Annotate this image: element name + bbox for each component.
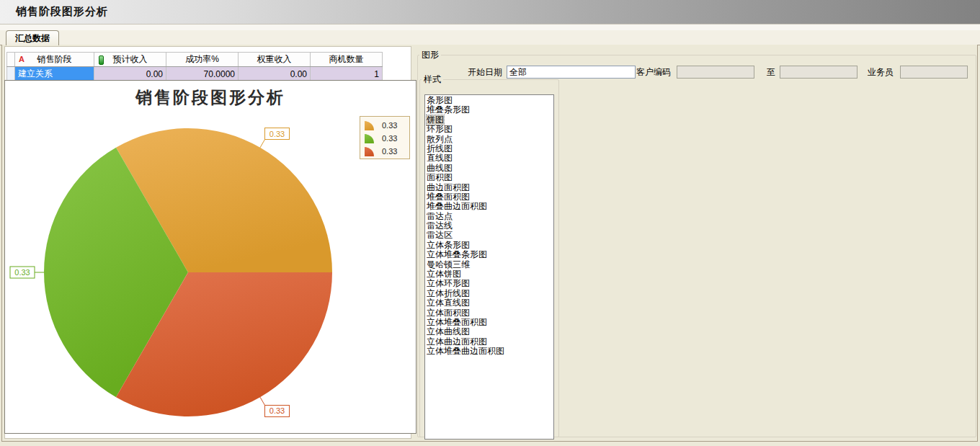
chart-style-listbox[interactable]: 条形图堆叠条形图饼图环形图散列点折线图直线图曲线图面积图曲边面积图堆叠面积图堆叠… bbox=[424, 94, 554, 440]
style-option[interactable]: 立体饼图 bbox=[425, 269, 553, 279]
style-option[interactable]: 立体折线图 bbox=[425, 289, 553, 298]
style-option[interactable]: 散列点 bbox=[425, 135, 553, 144]
style-option[interactable]: 折线图 bbox=[425, 144, 553, 153]
page-title: 销售阶段图形分析 bbox=[16, 5, 108, 19]
titlebar-divider bbox=[0, 24, 980, 30]
cell-opportunity-count[interactable]: 1 bbox=[311, 67, 383, 81]
graph-groupbox-label: 图形 bbox=[419, 49, 441, 61]
cell-weighted-income[interactable]: 0.00 bbox=[239, 67, 311, 81]
column-header-label: 商机数量 bbox=[329, 54, 364, 64]
style-option[interactable]: 饼图 bbox=[425, 115, 553, 125]
style-option[interactable]: 堆叠条形图 bbox=[425, 105, 553, 115]
style-groupbox: 样式 条形图堆叠条形图饼图环形图散列点折线图直线图曲线图面积图曲边面积图堆叠面积… bbox=[419, 73, 559, 437]
pie-chart-container: 销售阶段图形分析 0.330.330.33 0.33 0.33 0.33 bbox=[4, 80, 416, 434]
style-option[interactable]: 雷达线 bbox=[425, 221, 553, 231]
style-option[interactable]: 立体环形图 bbox=[425, 279, 553, 288]
column-header-weighted-income[interactable]: 权重收入 bbox=[239, 53, 311, 67]
range-end-input[interactable] bbox=[780, 66, 858, 79]
style-option[interactable]: 曼哈顿三维 bbox=[425, 260, 553, 269]
customer-code-label: 客户编码 bbox=[636, 66, 674, 79]
callout-line bbox=[260, 140, 265, 148]
style-option[interactable]: 立体面积图 bbox=[425, 308, 553, 318]
style-option[interactable]: 立体堆叠面积图 bbox=[425, 318, 553, 327]
tab-summary-data[interactable]: 汇总数据 bbox=[6, 30, 59, 45]
column-header-label: 销售阶段 bbox=[37, 54, 72, 64]
style-option[interactable]: 堆叠曲边面积图 bbox=[425, 202, 553, 211]
style-option[interactable]: 立体条形图 bbox=[425, 241, 553, 250]
window-titlebar: 销售阶段图形分析 bbox=[0, 0, 980, 24]
salesman-input[interactable] bbox=[900, 66, 968, 79]
legend-swatch-pie-slice-icon bbox=[363, 133, 378, 144]
salesman-label: 业务员 bbox=[868, 66, 896, 79]
column-header-label: 预计收入 bbox=[113, 54, 148, 64]
style-option[interactable]: 立体堆叠曲边面积图 bbox=[425, 347, 553, 356]
style-option[interactable]: 曲边面积图 bbox=[425, 183, 553, 192]
customer-code-input[interactable] bbox=[677, 66, 754, 79]
legend-value: 0.33 bbox=[382, 134, 397, 143]
style-groupbox-label: 样式 bbox=[422, 73, 443, 86]
style-option[interactable]: 雷达区 bbox=[425, 231, 553, 240]
legend-swatch-pie-slice-icon bbox=[363, 120, 378, 131]
table-row-selected[interactable]: 建立关系 0.00 70.0000 0.00 1 bbox=[7, 67, 383, 81]
column-header-label: 成功率% bbox=[185, 54, 219, 64]
style-option[interactable]: 面积图 bbox=[425, 173, 553, 182]
style-option[interactable]: 曲线图 bbox=[425, 164, 553, 173]
legend-swatch-pie-slice-icon bbox=[363, 146, 378, 157]
column-header-expected-income[interactable]: 预计收入 bbox=[94, 53, 166, 67]
range-to-label: 至 bbox=[767, 66, 777, 79]
tab-strip: 汇总数据 bbox=[0, 30, 980, 45]
content-area: A 销售阶段 预计收入 成功率% 权重收入 商机数量 bbox=[1, 45, 978, 442]
style-option[interactable]: 立体曲线图 bbox=[425, 327, 553, 336]
style-option[interactable]: 雷达点 bbox=[425, 212, 553, 221]
table-header-row: A 销售阶段 预计收入 成功率% 权重收入 商机数量 bbox=[7, 53, 383, 67]
row-indicator[interactable] bbox=[7, 67, 15, 81]
chart-legend: 0.33 0.33 0.33 bbox=[360, 116, 410, 159]
legend-value: 0.33 bbox=[382, 121, 397, 130]
cell-stage[interactable]: 建立关系 bbox=[15, 67, 94, 81]
legend-value: 0.33 bbox=[382, 147, 397, 156]
style-option[interactable]: 立体堆叠条形图 bbox=[425, 250, 553, 259]
column-header-opportunity-count[interactable]: 商机数量 bbox=[311, 53, 383, 67]
style-option[interactable]: 直线图 bbox=[425, 153, 553, 163]
column-header-success-rate[interactable]: 成功率% bbox=[166, 53, 239, 67]
pie-chart-svg: 0.330.330.33 bbox=[5, 81, 417, 434]
row-indicator-header bbox=[7, 53, 15, 67]
cell-success-rate[interactable]: 70.0000 bbox=[166, 67, 239, 81]
style-option[interactable]: 环形图 bbox=[425, 125, 553, 134]
number-type-icon bbox=[99, 55, 104, 65]
callout-value: 0.33 bbox=[14, 268, 30, 277]
style-option[interactable]: 立体直线图 bbox=[425, 298, 553, 308]
style-option[interactable]: 条形图 bbox=[425, 96, 553, 105]
callout-value: 0.33 bbox=[270, 130, 285, 138]
column-header-label: 权重收入 bbox=[257, 54, 292, 64]
legend-item: 0.33 bbox=[363, 119, 406, 132]
column-header-stage[interactable]: A 销售阶段 bbox=[15, 53, 94, 67]
callout-line bbox=[260, 397, 265, 405]
cell-expected-income[interactable]: 0.00 bbox=[94, 67, 166, 81]
style-option[interactable]: 堆叠面积图 bbox=[425, 192, 553, 202]
legend-item: 0.33 bbox=[363, 132, 406, 145]
callout-value: 0.33 bbox=[270, 406, 285, 415]
legend-item: 0.33 bbox=[363, 145, 406, 158]
text-type-icon: A bbox=[19, 55, 24, 63]
style-option[interactable]: 立体曲边面积图 bbox=[425, 337, 553, 347]
